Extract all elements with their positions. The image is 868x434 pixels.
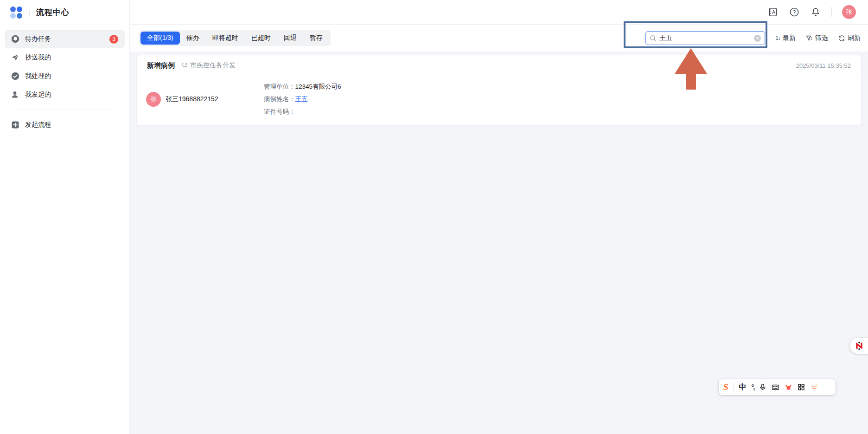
field-row: 证件号码：	[264, 108, 341, 116]
sidebar-menu: 待办任务 3 抄送我的 我处理的	[0, 25, 129, 134]
app-title: 流程中心	[36, 7, 70, 18]
task-card-body: 张 张三19688822152 管理单位：12345有限公司6 病例姓名：王五 …	[137, 76, 861, 125]
flow-tag: 市疾控任务分发	[181, 61, 236, 70]
ime-skin-icon[interactable]	[785, 383, 792, 391]
topbar-divider	[831, 7, 832, 17]
person-icon	[11, 91, 19, 99]
search-icon	[650, 35, 657, 42]
refresh-button[interactable]: 刷新	[838, 34, 861, 42]
language-icon[interactable]: A	[767, 6, 779, 18]
assignee-avatar: 张	[146, 92, 161, 107]
search-input[interactable]	[659, 34, 751, 42]
task-title: 新增病例	[147, 61, 175, 70]
app-window: | 流程中心 待办任务 3 抄送我的	[0, 0, 868, 434]
todo-count-badge: 3	[109, 35, 118, 44]
status-tabs: 全部(1/3) 催办 即将超时 已超时 回退 暂存	[139, 30, 331, 46]
ime-emoji-icon[interactable]	[810, 383, 818, 391]
toolbar-right-group: ✕ 1↓ 最新 筛选	[645, 31, 861, 45]
sidebar-item-initiated-by-me[interactable]: 我发起的	[5, 85, 125, 104]
ime-mode-chinese[interactable]: 中	[739, 382, 747, 392]
list-toolbar: 全部(1/3) 催办 即将超时 已超时 回退 暂存 ✕ 1↓ 最新	[130, 25, 868, 52]
ime-mic-icon[interactable]	[759, 383, 766, 391]
sidebar-item-label: 发起流程	[25, 121, 51, 129]
sidebar-item-label: 我处理的	[25, 72, 51, 80]
bell-circle-icon	[11, 35, 19, 43]
user-avatar[interactable]: 张	[842, 5, 856, 19]
sidebar-item-todo-tasks[interactable]: 待办任务 3	[5, 30, 125, 48]
field-row: 管理单位：12345有限公司6	[264, 83, 341, 91]
svg-text:A: A	[772, 9, 775, 15]
top-header: A ? 张	[130, 0, 868, 25]
search-box: ✕	[645, 31, 765, 45]
filter-icon	[806, 35, 813, 42]
assignee-name: 张三19688822152	[166, 95, 218, 104]
sidebar-item-handled-by-me[interactable]: 我处理的	[5, 67, 125, 85]
network-graph-icon	[854, 341, 864, 351]
check-circle-icon	[11, 72, 19, 80]
notification-bell-icon[interactable]	[810, 6, 821, 18]
main-area: A ? 张 全部(1/3) 催办 即将超时	[130, 0, 868, 434]
flow-name: 市疾控任务分发	[190, 61, 236, 70]
help-icon[interactable]: ?	[789, 6, 800, 18]
task-list: 新增病例 市疾控任务分发 2025/03/11 15:35:52	[130, 52, 868, 434]
sogou-logo-icon[interactable]: S	[722, 382, 729, 392]
ime-apps-grid-icon[interactable]	[798, 383, 805, 391]
field-row: 病例姓名：王五	[264, 95, 341, 104]
ime-divider	[734, 383, 734, 391]
ime-keyboard-icon[interactable]	[772, 383, 779, 391]
plus-square-icon	[11, 121, 19, 129]
filter-button[interactable]: 筛选	[806, 34, 828, 42]
case-name-link[interactable]: 王五	[295, 96, 308, 103]
tab-draft[interactable]: 暂存	[303, 32, 329, 45]
annotation-arrow-stem	[686, 72, 696, 90]
refresh-icon	[838, 35, 845, 42]
sidebar-item-cc-to-me[interactable]: 抄送我的	[5, 48, 125, 67]
sidebar-item-start-flow[interactable]: 发起流程	[5, 116, 125, 134]
clear-search-icon[interactable]: ✕	[754, 35, 761, 42]
tab-timed-out[interactable]: 已超时	[245, 32, 277, 45]
app-logo-icon	[10, 6, 22, 19]
logo-divider: |	[29, 9, 31, 16]
tab-all[interactable]: 全部(1/3)	[140, 32, 180, 45]
send-icon	[11, 53, 19, 62]
sidebar-item-label: 我发起的	[25, 91, 51, 99]
sidebar-header: | 流程中心	[0, 0, 129, 25]
assignee-cell: 张 张三19688822152	[146, 92, 264, 107]
task-card[interactable]: 新增病例 市疾控任务分发 2025/03/11 15:35:52	[136, 55, 862, 126]
tab-urge[interactable]: 催办	[180, 32, 206, 45]
ime-toolbar[interactable]: S 中 °,	[719, 379, 836, 395]
sort-latest-button[interactable]: 1↓ 最新	[775, 34, 796, 42]
tab-returned[interactable]: 回退	[277, 32, 303, 45]
svg-text:?: ?	[793, 9, 796, 15]
sort-icon: 1↓	[775, 35, 780, 41]
workflow-icon	[181, 62, 188, 69]
edge-widget[interactable]	[850, 338, 868, 354]
task-fields: 管理单位：12345有限公司6 病例姓名：王五 证件号码：	[264, 83, 341, 116]
sidebar: | 流程中心 待办任务 3 抄送我的	[0, 0, 130, 434]
sidebar-item-label: 待办任务	[25, 35, 51, 43]
task-card-header: 新增病例 市疾控任务分发 2025/03/11 15:35:52	[137, 55, 861, 76]
annotation-arrow-icon	[675, 48, 707, 74]
ime-punctuation-icon[interactable]: °,	[752, 383, 754, 391]
task-timestamp: 2025/03/11 15:35:52	[796, 62, 851, 69]
sidebar-menu-divider	[13, 110, 116, 110]
tab-about-to-timeout[interactable]: 即将超时	[206, 32, 245, 45]
sidebar-item-label: 抄送我的	[25, 53, 51, 62]
